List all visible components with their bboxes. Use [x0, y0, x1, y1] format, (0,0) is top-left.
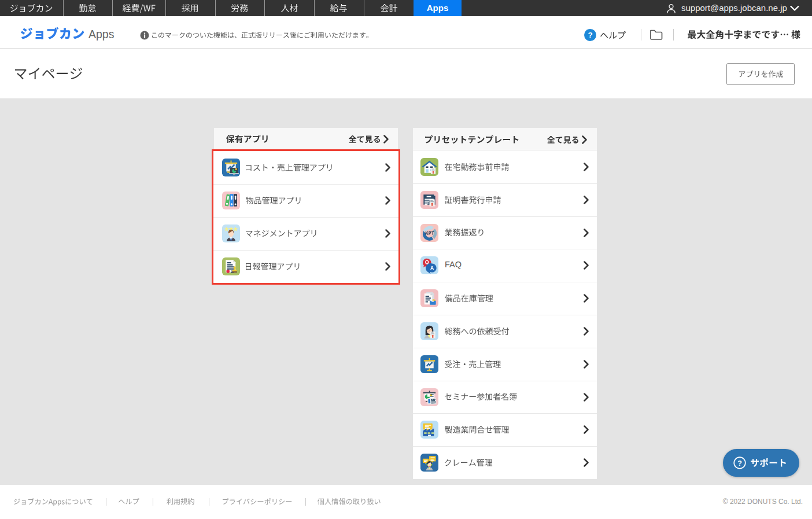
svg-text:?: ?	[737, 459, 742, 468]
svg-text:?: ?	[588, 31, 592, 39]
